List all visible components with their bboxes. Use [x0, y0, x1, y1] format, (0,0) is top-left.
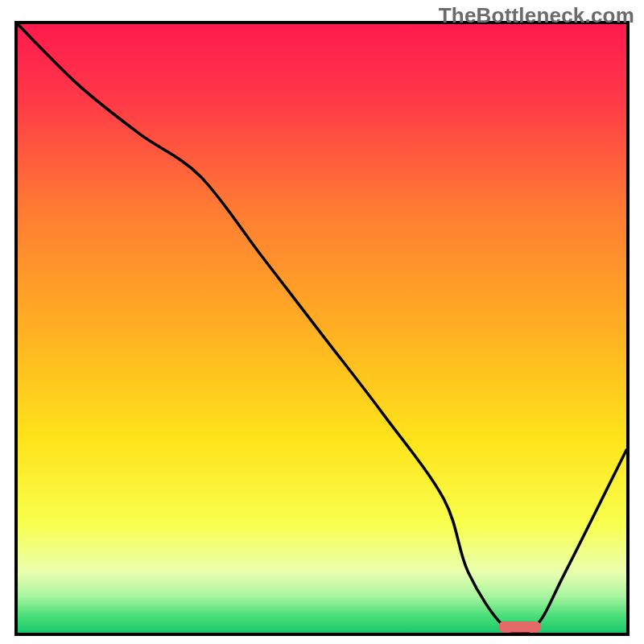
chart-frame: TheBottleneck.com: [0, 0, 644, 644]
gradient-background: [18, 24, 626, 633]
watermark-text: TheBottleneck.com: [439, 3, 634, 28]
optimal-range-marker: [498, 621, 541, 632]
plot-area: [16, 23, 628, 634]
bottleneck-chart-svg: [0, 0, 644, 644]
